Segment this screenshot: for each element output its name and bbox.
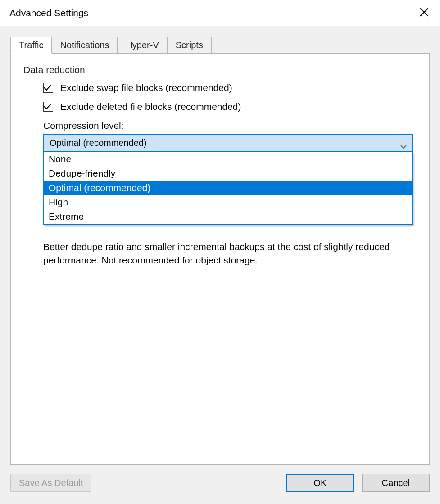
chevron-down-icon xyxy=(400,141,407,151)
compression-option-optimal[interactable]: Optimal (recommended) xyxy=(44,181,412,195)
compression-option-none[interactable]: None xyxy=(44,152,412,166)
compression-combo[interactable]: Optimal (recommended) xyxy=(43,134,413,152)
group-data-reduction: Data reduction xyxy=(23,64,417,75)
titlebar: Advanced Settings xyxy=(0,0,440,26)
group-divider xyxy=(91,70,417,70)
client-area: Traffic Notifications Hyper-V Scripts Da… xyxy=(0,26,440,504)
tab-notifications[interactable]: Notifications xyxy=(52,37,118,54)
compression-label: Compression level: xyxy=(43,120,417,131)
tab-hyper-v[interactable]: Hyper-V xyxy=(118,37,167,54)
save-as-default-button: Save As Default xyxy=(10,474,91,492)
checkbox-exclude-deleted[interactable]: Exclude deleted file blocks (recommended… xyxy=(43,101,417,112)
checkbox-icon xyxy=(43,102,53,112)
tabstrip: Traffic Notifications Hyper-V Scripts xyxy=(10,35,430,53)
ok-button[interactable]: OK xyxy=(286,474,354,492)
compression-option-extreme[interactable]: Extreme xyxy=(44,209,412,224)
compression-option-dedupe-friendly[interactable]: Dedupe-friendly xyxy=(44,166,412,181)
compression-combo-wrap: Optimal (recommended) None Dedupe-friend… xyxy=(43,134,413,152)
compression-dropdown[interactable]: None Dedupe-friendly Optimal (recommende… xyxy=(43,152,413,225)
tab-panel-traffic: Data reduction Exclude swap file blocks … xyxy=(10,53,430,465)
tab-traffic[interactable]: Traffic xyxy=(10,37,52,54)
compression-selected: Optimal (recommended) xyxy=(50,138,147,148)
group-label: Data reduction xyxy=(23,64,91,75)
close-button[interactable] xyxy=(412,4,437,22)
cancel-button[interactable]: Cancel xyxy=(362,474,430,492)
close-icon xyxy=(419,7,429,19)
advanced-settings-window: Advanced Settings Traffic Notifications … xyxy=(0,0,440,504)
checkbox-exclude-swap[interactable]: Exclude swap file blocks (recommended) xyxy=(43,82,417,93)
checkbox-icon xyxy=(43,83,53,93)
checkbox-label: Exclude swap file blocks (recommended) xyxy=(60,82,232,93)
window-title: Advanced Settings xyxy=(9,8,412,18)
compression-option-high[interactable]: High xyxy=(44,195,412,209)
compression-helper-text: Better dedupe ratio and smaller incremen… xyxy=(43,240,413,267)
checkbox-label: Exclude deleted file blocks (recommended… xyxy=(60,101,241,112)
tab-scripts[interactable]: Scripts xyxy=(168,37,212,54)
dialog-button-row: Save As Default OK Cancel xyxy=(0,470,440,504)
